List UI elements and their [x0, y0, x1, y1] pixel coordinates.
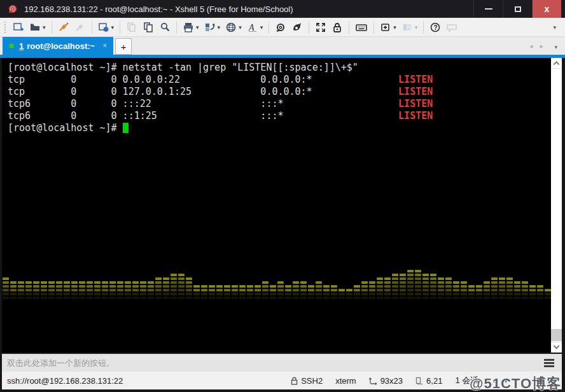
equalizer-column: [422, 274, 429, 299]
terminal-area[interactable]: [root@localhost ~]# netstat -tan |grep "…: [2, 58, 562, 353]
button-bar-menu-icon[interactable]: [544, 359, 554, 367]
screen-capture-icon: [204, 22, 216, 33]
vertical-scrollbar[interactable]: [551, 58, 562, 353]
equalizer-column: [361, 281, 368, 299]
toolbar-separator: [120, 21, 120, 34]
xshell-window: 192.168.238.131:22 - root@localhost:~ - …: [0, 0, 565, 392]
open-session-button[interactable]: ▾: [27, 20, 48, 35]
toolbar-separator: [52, 21, 52, 34]
toolbar-grip[interactable]: [4, 21, 7, 34]
equalizer-column: [155, 277, 162, 299]
session-properties-button[interactable]: ▾: [96, 20, 116, 35]
equalizer-column: [545, 289, 551, 299]
equalizer-column: [33, 281, 39, 299]
equalizer-column: [293, 281, 299, 299]
equalizer-column: [484, 281, 490, 299]
session-tab[interactable]: 1 root@localhost:~ ×: [3, 37, 113, 55]
find-button[interactable]: [157, 20, 172, 35]
connect-button[interactable]: [56, 20, 71, 35]
close-button[interactable]: x: [532, 0, 561, 18]
new-tab-button[interactable]: +: [115, 38, 132, 55]
paste-button[interactable]: [141, 20, 156, 35]
scroll-up-button[interactable]: [551, 58, 562, 69]
terminal-line: [root@localhost ~]# netstat -tan |grep "…: [8, 62, 433, 74]
tile-windows-caret-icon: ▾: [415, 24, 418, 31]
properties-gear-icon: [98, 22, 109, 33]
toolbar-separator: [269, 21, 269, 34]
search-icon: [159, 22, 171, 33]
maximize-button[interactable]: [503, 0, 532, 18]
new-session-icon: [13, 22, 24, 33]
watermark-text: @51CTO博客: [470, 374, 561, 392]
toolbar-separator: [373, 21, 374, 34]
session-url: ssh://root@192.168.238.131:22: [7, 376, 123, 386]
equalizer-column: [522, 281, 528, 299]
tab-scroll-left-icon[interactable]: ◂: [529, 42, 536, 50]
scrollbar-thumb[interactable]: [551, 329, 562, 341]
new-window-button[interactable]: ▾: [378, 20, 398, 35]
help-icon: ?: [429, 22, 441, 33]
minimize-icon: [485, 8, 492, 10]
screen-capture-button[interactable]: ▾: [202, 20, 223, 35]
lock-icon: [331, 22, 343, 33]
equalizer-column: [18, 281, 24, 299]
print-caret-icon: ▾: [196, 24, 199, 31]
feedback-button: [444, 20, 459, 35]
terminal-output: [root@localhost ~]# netstat -tan |grep "…: [8, 62, 433, 134]
equalizer-column: [102, 281, 108, 299]
virtual-keyboard-button[interactable]: [353, 20, 370, 35]
ssh-lock-icon: [291, 377, 298, 385]
lock-screen-button[interactable]: [330, 20, 345, 35]
equalizer-column: [300, 281, 307, 299]
tab-scroll-right-icon[interactable]: ▸: [540, 42, 546, 50]
svg-text:A: A: [248, 23, 255, 32]
help-button[interactable]: ?: [428, 20, 443, 35]
connected-status-icon: [9, 43, 14, 48]
toolbar-separator: [349, 21, 349, 34]
open-folder-icon: [29, 22, 41, 33]
printer-icon: [183, 22, 194, 33]
full-screen-button[interactable]: [313, 20, 328, 35]
web-browser-button[interactable]: ▾: [223, 20, 244, 35]
disconnect-plug-icon: [74, 22, 86, 33]
title-bar: 192.168.238.131:22 - root@localhost:~ - …: [0, 0, 565, 18]
xagent-button[interactable]: [273, 20, 288, 35]
paste-icon: [143, 22, 154, 33]
equalizer-column: [285, 285, 291, 299]
background-equalizer-graphic: [3, 270, 549, 299]
toolbar-overflow-caret-icon[interactable]: ▾: [553, 24, 556, 31]
svg-text:?: ?: [434, 24, 438, 31]
minimize-button[interactable]: [473, 0, 503, 18]
quick-button-bar[interactable]: 双击此处添加一个新的按钮。: [2, 354, 562, 372]
equalizer-column: [415, 270, 421, 299]
toolbar-separator: [92, 21, 92, 34]
equalizer-column: [346, 289, 352, 299]
equalizer-column: [94, 281, 101, 299]
xagent-snail-icon: [275, 22, 286, 33]
equalizer-column: [354, 285, 360, 299]
terminal-line: tcp6 0 0 :::22 :::* LISTEN: [8, 98, 433, 110]
print-button[interactable]: ▾: [181, 20, 201, 35]
font-button[interactable]: A ▾: [245, 20, 265, 35]
web-browser-caret-icon: ▾: [239, 24, 242, 31]
resize-icon: [369, 377, 377, 385]
toolbar-separator: [309, 21, 309, 34]
equalizer-column: [491, 277, 498, 299]
equalizer-column: [64, 281, 70, 299]
equalizer-column: [384, 277, 391, 299]
equalizer-column: [178, 274, 185, 299]
equalizer-column: [308, 285, 314, 299]
equalizer-column: [87, 281, 93, 299]
xftp-icon: [291, 22, 303, 33]
tab-close-icon[interactable]: ×: [102, 41, 107, 50]
font-caret-icon: ▾: [260, 24, 263, 31]
xftp-button[interactable]: [289, 20, 305, 35]
tab-menu-caret-icon[interactable]: ▾: [554, 44, 557, 50]
new-session-button[interactable]: [11, 20, 26, 35]
equalizer-column: [400, 274, 406, 299]
tile-windows-icon: [401, 22, 413, 33]
equalizer-column: [316, 281, 322, 299]
cursor-position-indicator: 6,21: [415, 376, 442, 386]
equalizer-column: [430, 274, 436, 299]
scroll-down-button[interactable]: [551, 342, 562, 353]
